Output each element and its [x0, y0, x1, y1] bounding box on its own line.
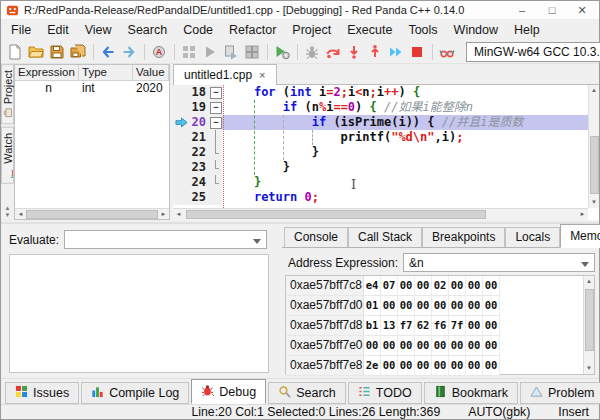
compile-all-button[interactable] — [242, 42, 263, 62]
scroll-up-icon[interactable]: ▲ — [584, 276, 595, 287]
bottom-tab-todo[interactable]: TODO — [348, 382, 422, 404]
menu-view[interactable]: View — [77, 21, 120, 39]
menu-window[interactable]: Window — [446, 21, 506, 39]
debug-button[interactable] — [302, 42, 323, 62]
close-tab-icon[interactable]: × — [259, 69, 265, 81]
code-line-19[interactable]: 19 if (n%i==0) { //如果i能整除n — [173, 100, 588, 115]
close-button[interactable]: ✕ — [567, 1, 597, 19]
scrollbar-thumb[interactable] — [585, 289, 594, 351]
scroll-down-icon[interactable]: ▼ — [589, 197, 600, 208]
bottom-tab-bookmark[interactable]: Bookmark — [424, 382, 518, 404]
debug-tab-breakpoints[interactable]: Breakpoints — [422, 227, 505, 247]
debug-tab-call-stack[interactable]: Call Stack — [348, 227, 422, 247]
watch-column-value[interactable]: Value — [133, 65, 169, 80]
compile-run-button[interactable] — [272, 42, 293, 62]
menu-code[interactable]: Code — [175, 21, 221, 39]
line-number[interactable]: 24 — [173, 175, 209, 190]
save-button[interactable] — [47, 42, 68, 62]
bottom-tab-debug[interactable]: Debug — [191, 379, 266, 404]
debug-tab-memory[interactable]: Memory — [560, 224, 600, 248]
scroll-down-icon[interactable]: ▼ — [5, 212, 11, 218]
code-line-24[interactable]: 24 } — [173, 175, 588, 190]
menu-refactor[interactable]: Refactor — [221, 21, 284, 39]
line-number[interactable]: 23 — [173, 160, 209, 175]
memory-row[interactable]: 0xae57bff7d00100000000000000 — [286, 296, 594, 316]
rebuild-button[interactable] — [221, 42, 242, 62]
line-number[interactable]: 25 — [173, 190, 209, 205]
tab-untitled1-cpp[interactable]: untitled1.cpp × — [173, 64, 277, 85]
watch-horizontal-scrollbar[interactable]: ◄ ► — [15, 208, 169, 219]
sidebar-tab-watch[interactable]: +BWatch — [1, 127, 14, 184]
bottom-tab-compile-log[interactable]: Compile Log — [81, 382, 189, 404]
watch-row[interactable]: nint2020 — [15, 81, 169, 96]
compile-button[interactable] — [179, 42, 200, 62]
menu-help[interactable]: Help — [506, 21, 548, 39]
memory-row[interactable]: 0xae57bff7d8b113f762f67f0000 — [286, 316, 594, 336]
bottom-tab-issues[interactable]: Issues — [5, 382, 79, 404]
menu-project[interactable]: Project — [284, 21, 339, 39]
line-number[interactable]: 21 — [173, 130, 209, 145]
bottom-tab-problem[interactable]: Problem — [520, 382, 600, 404]
debug-tab-console[interactable]: Console — [284, 227, 348, 247]
code-line-23[interactable]: 23 } — [173, 160, 588, 175]
scroll-right-icon[interactable]: ► — [577, 209, 588, 220]
code-editor[interactable]: 18 for (int i=2;i<n;i++) {19 if (n%i==0)… — [173, 85, 588, 208]
navigate-back-button[interactable] — [98, 42, 119, 62]
code-text: if (n%i==0) { //如果i能整除n — [222, 100, 588, 115]
maximize-button[interactable]: □ — [537, 1, 567, 19]
compiler-set-select[interactable]: MinGW-w64 GCC 10.3.0 64-bit Debug — [466, 42, 600, 62]
debug-tab-locals[interactable]: Locals — [505, 227, 560, 247]
fold-marker-icon[interactable] — [209, 115, 222, 130]
memory-row[interactable]: 0xae57bff7e00000000000000000 — [286, 336, 594, 356]
address-expression-input[interactable]: &n — [403, 253, 595, 272]
watch-column-type[interactable]: Type — [79, 65, 133, 80]
memory-row[interactable]: 0xae57bff7c8e407000002000000 — [286, 276, 594, 296]
minimize-button[interactable]: – — [507, 1, 537, 19]
menu-file[interactable]: File — [3, 21, 39, 39]
menu-tools[interactable]: Tools — [400, 21, 445, 39]
scrollbar-thumb[interactable] — [590, 136, 599, 194]
scroll-left-icon[interactable]: ◄ — [173, 209, 184, 220]
stop-button[interactable] — [407, 42, 428, 62]
menu-edit[interactable]: Edit — [39, 21, 77, 39]
sidebar-tab-project[interactable]: Project — [1, 64, 14, 124]
memory-vertical-scrollbar[interactable]: ▲ ▼ — [583, 276, 594, 374]
continue-button[interactable] — [386, 42, 407, 62]
scroll-up-icon[interactable]: ▲ — [5, 205, 11, 211]
check-syntax-button[interactable]: A — [149, 42, 170, 62]
line-number[interactable]: 22 — [173, 145, 209, 160]
watch-column-expression[interactable]: Expression — [15, 65, 79, 80]
scrollbar-thumb[interactable] — [186, 210, 486, 219]
scroll-left-icon[interactable]: ◄ — [15, 209, 26, 220]
scroll-up-icon[interactable]: ▲ — [589, 85, 600, 96]
open-file-button[interactable] — [26, 42, 47, 62]
menu-execute[interactable]: Execute — [339, 21, 400, 39]
scroll-right-icon[interactable]: ► — [158, 209, 169, 220]
step-out-button[interactable] — [365, 42, 386, 62]
evaluate-output[interactable] — [9, 254, 269, 373]
line-number[interactable]: 18 — [173, 85, 209, 100]
run-button[interactable] — [200, 42, 221, 62]
editor-vertical-scrollbar[interactable]: ▲ ▼ — [588, 85, 599, 208]
code-line-20[interactable]: 20 if (isPrime(i)) { //并且i是质数 — [173, 115, 588, 130]
fold-marker-icon[interactable] — [209, 85, 222, 100]
evaluate-input[interactable] — [64, 230, 267, 249]
step-over-button[interactable] — [323, 42, 344, 62]
memory-row[interactable]: 0xae57bff7e82e00000000000000 — [286, 356, 594, 376]
code-line-25[interactable]: 25 return 0; — [173, 190, 588, 205]
editor-horizontal-scrollbar[interactable]: ◄ ► — [173, 208, 588, 220]
add-watch-button[interactable] — [437, 42, 458, 62]
scrollbar-thumb[interactable] — [26, 210, 158, 219]
new-file-button[interactable] — [5, 42, 26, 62]
scroll-down-icon[interactable]: ▼ — [584, 363, 595, 374]
code-line-18[interactable]: 18 for (int i=2;i<n;i++) { — [173, 85, 588, 100]
line-number[interactable]: 19 — [173, 100, 209, 115]
menu-search[interactable]: Search — [120, 21, 176, 39]
fold-marker-icon[interactable] — [209, 100, 222, 115]
code-line-21[interactable]: 21 printf("%d\n",i); — [173, 130, 588, 145]
navigate-forward-button[interactable] — [119, 42, 140, 62]
step-into-button[interactable] — [344, 42, 365, 62]
save-all-button[interactable] — [68, 42, 89, 62]
code-line-22[interactable]: 22 } — [173, 145, 588, 160]
bottom-tab-search[interactable]: Search — [268, 382, 346, 404]
